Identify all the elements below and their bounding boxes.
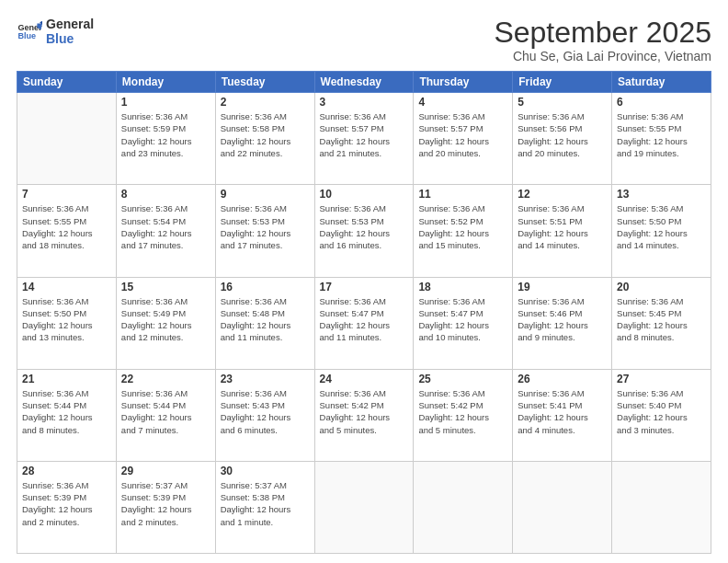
calendar-cell: 28Sunrise: 5:36 AM Sunset: 5:39 PM Dayli… — [17, 461, 117, 553]
day-number: 7 — [22, 188, 111, 201]
calendar-cell: 1Sunrise: 5:36 AM Sunset: 5:59 PM Daylig… — [116, 93, 215, 185]
day-info: Sunrise: 5:36 AM Sunset: 5:44 PM Dayligh… — [121, 387, 210, 436]
day-number: 22 — [121, 373, 210, 385]
day-number: 1 — [121, 96, 210, 109]
calendar-cell: 3Sunrise: 5:36 AM Sunset: 5:57 PM Daylig… — [314, 93, 414, 185]
day-info: Sunrise: 5:36 AM Sunset: 5:42 PM Dayligh… — [320, 387, 409, 436]
day-number: 10 — [320, 188, 409, 201]
day-number: 14 — [22, 281, 111, 293]
calendar-header-thursday: Thursday — [414, 72, 513, 93]
day-number: 17 — [320, 281, 409, 293]
day-number: 3 — [320, 96, 409, 109]
day-number: 5 — [518, 96, 607, 109]
day-info: Sunrise: 5:36 AM Sunset: 5:46 PM Dayligh… — [518, 295, 607, 344]
day-number: 6 — [617, 96, 706, 109]
calendar-cell: 27Sunrise: 5:36 AM Sunset: 5:40 PM Dayli… — [612, 369, 711, 461]
calendar-cell: 13Sunrise: 5:36 AM Sunset: 5:50 PM Dayli… — [612, 185, 711, 277]
day-info: Sunrise: 5:36 AM Sunset: 5:42 PM Dayligh… — [418, 387, 507, 436]
calendar-week-row: 7Sunrise: 5:36 AM Sunset: 5:55 PM Daylig… — [17, 185, 711, 277]
subtitle: Chu Se, Gia Lai Province, Vietnam — [494, 49, 711, 63]
calendar-cell — [513, 461, 612, 553]
calendar-header-monday: Monday — [116, 72, 215, 93]
calendar-week-row: 14Sunrise: 5:36 AM Sunset: 5:50 PM Dayli… — [17, 277, 711, 369]
day-number: 24 — [320, 373, 409, 385]
day-info: Sunrise: 5:36 AM Sunset: 5:43 PM Dayligh… — [221, 387, 310, 436]
calendar-cell — [612, 461, 711, 553]
day-number: 25 — [418, 373, 507, 385]
calendar-cell: 19Sunrise: 5:36 AM Sunset: 5:46 PM Dayli… — [513, 277, 612, 369]
calendar-cell: 5Sunrise: 5:36 AM Sunset: 5:56 PM Daylig… — [513, 93, 612, 185]
day-number: 12 — [518, 188, 607, 201]
day-info: Sunrise: 5:36 AM Sunset: 5:47 PM Dayligh… — [320, 295, 409, 344]
day-number: 4 — [418, 96, 507, 109]
calendar-cell: 30Sunrise: 5:37 AM Sunset: 5:38 PM Dayli… — [215, 461, 314, 553]
day-number: 27 — [617, 373, 706, 385]
day-info: Sunrise: 5:36 AM Sunset: 5:55 PM Dayligh… — [617, 110, 706, 159]
day-info: Sunrise: 5:36 AM Sunset: 5:53 PM Dayligh… — [320, 202, 409, 251]
calendar-cell — [414, 461, 513, 553]
calendar-header-row: SundayMondayTuesdayWednesdayThursdayFrid… — [17, 72, 711, 93]
day-info: Sunrise: 5:36 AM Sunset: 5:57 PM Dayligh… — [418, 110, 507, 159]
calendar-header-saturday: Saturday — [612, 72, 711, 93]
day-number: 29 — [121, 465, 210, 477]
day-number: 9 — [221, 188, 310, 201]
day-number: 13 — [617, 188, 706, 201]
calendar-cell: 15Sunrise: 5:36 AM Sunset: 5:49 PM Dayli… — [116, 277, 215, 369]
day-number: 28 — [22, 465, 111, 477]
calendar-cell — [17, 93, 117, 185]
calendar-cell: 9Sunrise: 5:36 AM Sunset: 5:53 PM Daylig… — [215, 185, 314, 277]
day-info: Sunrise: 5:36 AM Sunset: 5:44 PM Dayligh… — [22, 387, 111, 436]
calendar-cell: 17Sunrise: 5:36 AM Sunset: 5:47 PM Dayli… — [314, 277, 414, 369]
calendar-cell: 4Sunrise: 5:36 AM Sunset: 5:57 PM Daylig… — [414, 93, 513, 185]
logo-icon: General Blue — [17, 18, 42, 44]
calendar: SundayMondayTuesdayWednesdayThursdayFrid… — [17, 71, 711, 554]
day-info: Sunrise: 5:36 AM Sunset: 5:55 PM Dayligh… — [22, 202, 111, 251]
day-number: 16 — [221, 281, 310, 293]
day-number: 30 — [221, 465, 310, 477]
calendar-cell: 29Sunrise: 5:37 AM Sunset: 5:39 PM Dayli… — [116, 461, 215, 553]
day-number: 15 — [121, 281, 210, 293]
calendar-cell: 22Sunrise: 5:36 AM Sunset: 5:44 PM Dayli… — [116, 369, 215, 461]
day-info: Sunrise: 5:36 AM Sunset: 5:56 PM Dayligh… — [518, 110, 607, 159]
day-info: Sunrise: 5:36 AM Sunset: 5:50 PM Dayligh… — [22, 295, 111, 344]
day-number: 20 — [617, 281, 706, 293]
day-number: 18 — [418, 281, 507, 293]
calendar-cell: 20Sunrise: 5:36 AM Sunset: 5:45 PM Dayli… — [612, 277, 711, 369]
day-number: 11 — [418, 188, 507, 201]
day-info: Sunrise: 5:36 AM Sunset: 5:58 PM Dayligh… — [221, 110, 310, 159]
calendar-cell: 16Sunrise: 5:36 AM Sunset: 5:48 PM Dayli… — [215, 277, 314, 369]
day-info: Sunrise: 5:36 AM Sunset: 5:54 PM Dayligh… — [121, 202, 210, 251]
day-info: Sunrise: 5:36 AM Sunset: 5:45 PM Dayligh… — [617, 295, 706, 344]
svg-text:Blue: Blue — [17, 31, 36, 40]
calendar-week-row: 28Sunrise: 5:36 AM Sunset: 5:39 PM Dayli… — [17, 461, 711, 553]
calendar-cell: 7Sunrise: 5:36 AM Sunset: 5:55 PM Daylig… — [17, 185, 117, 277]
calendar-week-row: 21Sunrise: 5:36 AM Sunset: 5:44 PM Dayli… — [17, 369, 711, 461]
day-info: Sunrise: 5:36 AM Sunset: 5:49 PM Dayligh… — [121, 295, 210, 344]
day-info: Sunrise: 5:36 AM Sunset: 5:40 PM Dayligh… — [617, 387, 706, 436]
day-info: Sunrise: 5:36 AM Sunset: 5:59 PM Dayligh… — [121, 110, 210, 159]
day-info: Sunrise: 5:37 AM Sunset: 5:38 PM Dayligh… — [221, 479, 310, 528]
calendar-week-row: 1Sunrise: 5:36 AM Sunset: 5:59 PM Daylig… — [17, 93, 711, 185]
day-info: Sunrise: 5:36 AM Sunset: 5:50 PM Dayligh… — [617, 202, 706, 251]
day-number: 26 — [518, 373, 607, 385]
header: General Blue General Blue September 2025… — [17, 17, 711, 63]
day-number: 8 — [121, 188, 210, 201]
day-info: Sunrise: 5:36 AM Sunset: 5:53 PM Dayligh… — [221, 202, 310, 251]
logo-blue: Blue — [46, 31, 94, 46]
day-info: Sunrise: 5:36 AM Sunset: 5:57 PM Dayligh… — [320, 110, 409, 159]
day-info: Sunrise: 5:36 AM Sunset: 5:41 PM Dayligh… — [518, 387, 607, 436]
day-info: Sunrise: 5:36 AM Sunset: 5:48 PM Dayligh… — [221, 295, 310, 344]
calendar-cell: 24Sunrise: 5:36 AM Sunset: 5:42 PM Dayli… — [314, 369, 414, 461]
calendar-cell: 2Sunrise: 5:36 AM Sunset: 5:58 PM Daylig… — [215, 93, 314, 185]
calendar-cell — [314, 461, 414, 553]
main-title: September 2025 — [494, 17, 711, 49]
calendar-cell: 21Sunrise: 5:36 AM Sunset: 5:44 PM Dayli… — [17, 369, 117, 461]
logo: General Blue General Blue — [17, 17, 94, 46]
day-info: Sunrise: 5:36 AM Sunset: 5:51 PM Dayligh… — [518, 202, 607, 251]
calendar-cell: 23Sunrise: 5:36 AM Sunset: 5:43 PM Dayli… — [215, 369, 314, 461]
day-info: Sunrise: 5:37 AM Sunset: 5:39 PM Dayligh… — [121, 479, 210, 528]
calendar-cell: 10Sunrise: 5:36 AM Sunset: 5:53 PM Dayli… — [314, 185, 414, 277]
day-number: 21 — [22, 373, 111, 385]
page: General Blue General Blue September 2025… — [0, 0, 728, 563]
calendar-cell: 14Sunrise: 5:36 AM Sunset: 5:50 PM Dayli… — [17, 277, 117, 369]
